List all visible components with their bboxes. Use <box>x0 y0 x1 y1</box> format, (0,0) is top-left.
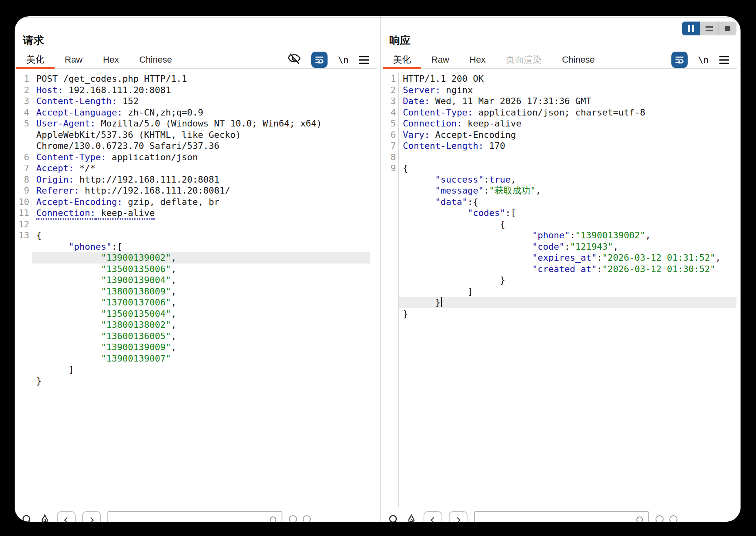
code-line: "data":{ <box>381 196 741 208</box>
code-line: "created_at":"2026-03-12 01:30:52" <box>381 264 741 275</box>
menu-icon[interactable] <box>359 56 369 64</box>
next-match-button[interactable] <box>82 511 101 522</box>
response-icon-cluster: \n <box>671 52 738 68</box>
line-number: 6 <box>381 129 396 141</box>
tab-美化[interactable]: 美化 <box>383 51 421 68</box>
line-number: 3 <box>15 96 29 107</box>
code-line: "phone":"13900139002", <box>381 230 741 241</box>
hide-eye-icon[interactable] <box>288 52 301 67</box>
code-line: 5Connection: keep-alive <box>381 118 741 129</box>
line-number: 13 <box>15 230 29 241</box>
code-line: 6Content-Type: application/json <box>15 152 380 163</box>
response-bottom-toolbar <box>381 507 741 522</box>
word-wrap-button[interactable] <box>311 52 328 68</box>
code-line: 1POST /get_codes.php HTTP/1.1 <box>15 73 380 85</box>
code-line: "code":"121943", <box>381 241 741 253</box>
tab-Hex[interactable]: Hex <box>93 51 129 68</box>
search-input[interactable] <box>107 511 282 522</box>
code-line: ] <box>15 364 380 375</box>
code-line: 2Host: 192.168.111.20:8081 <box>15 85 380 96</box>
line-number: 1 <box>381 73 396 85</box>
newline-toggle[interactable]: \n <box>338 55 349 65</box>
active-line-highlight <box>399 297 736 308</box>
code-line: 7Accept: */* <box>15 163 380 174</box>
code-line: "13800138002", <box>15 319 380 331</box>
line-number: 10 <box>15 196 29 208</box>
code-line: 3Content-Length: 152 <box>15 96 380 107</box>
code-line: 13{ <box>15 230 380 241</box>
code-line: "13900139009", <box>15 342 380 353</box>
code-line: "phones":[ <box>15 241 380 253</box>
search-icon[interactable] <box>388 514 399 522</box>
code-line: ] <box>381 286 741 297</box>
line-number: 5 <box>381 118 396 129</box>
line-number: 7 <box>15 163 29 174</box>
response-editor[interactable]: 1HTTP/1.1 200 OK2Server: nginx3Date: Wed… <box>381 73 741 507</box>
line-number: 8 <box>381 152 396 163</box>
code-line: "13700137006", <box>15 297 380 308</box>
tab-页面渲染: 页面渲染 <box>496 51 552 68</box>
code-line: "13900139002", <box>15 252 380 264</box>
code-line: "13900139004", <box>15 275 380 286</box>
hijack-window: 请求 美化RawHexChinese <box>15 16 741 522</box>
code-line: } <box>381 308 741 320</box>
code-line: "13500135006", <box>15 264 380 275</box>
queue-button[interactable] <box>700 22 718 35</box>
code-line: 9Referer: http://192.168.111.20:8081/ <box>15 185 380 196</box>
line-number: 8 <box>15 174 29 185</box>
tab-Raw[interactable]: Raw <box>55 51 93 68</box>
prev-match-button[interactable] <box>424 511 442 522</box>
line-number: 11 <box>15 207 29 219</box>
line-number: 12 <box>15 219 29 230</box>
line-number: 2 <box>15 85 29 96</box>
code-line: "expires_at":"2026-03-12 01:31:52", <box>381 252 741 264</box>
tab-Chinese[interactable]: Chinese <box>552 51 605 68</box>
code-line: 5User-Agent: Mozilla/5.0 (Windows NT 10.… <box>15 118 380 129</box>
request-icon-cluster: \n <box>288 52 378 68</box>
line-number: 9 <box>381 163 396 174</box>
menu-icon[interactable] <box>719 56 729 64</box>
line-number: 6 <box>15 152 29 163</box>
tab-Raw[interactable]: Raw <box>421 51 459 68</box>
prev-match-button[interactable] <box>57 511 76 522</box>
fuzz-flame-icon[interactable] <box>406 514 417 522</box>
request-tab-bar: 美化RawHexChinese <box>16 51 377 69</box>
code-line: } <box>381 297 741 308</box>
toolbar-extra-icons[interactable] <box>289 515 311 522</box>
response-tabs: 美化RawHex页面渲染Chinese <box>383 51 605 68</box>
code-line: 10Accept-Encoding: gzip, deflate, br <box>15 196 380 208</box>
fuzz-flame-icon[interactable] <box>39 514 50 522</box>
tab-美化[interactable]: 美化 <box>16 51 55 68</box>
toolbar-extra-icons[interactable] <box>655 515 677 522</box>
word-wrap-button[interactable] <box>671 52 688 68</box>
code-line: 9{ <box>381 163 741 174</box>
code-line: { <box>381 219 741 230</box>
request-editor[interactable]: 1POST /get_codes.php HTTP/1.12Host: 192.… <box>15 73 380 507</box>
line-number: 4 <box>381 107 396 118</box>
capture-control-group <box>682 22 736 35</box>
code-line: 4Accept-Language: zh-CN,zh;q=0.9 <box>15 107 380 118</box>
search-icon[interactable] <box>21 514 33 522</box>
tab-Hex[interactable]: Hex <box>459 51 496 68</box>
search-input[interactable] <box>474 511 649 522</box>
code-line: "13500135004", <box>15 308 380 320</box>
line-number: 4 <box>15 107 29 118</box>
line-number: 9 <box>15 185 29 196</box>
code-line: "13800138009", <box>15 286 380 297</box>
stop-button[interactable] <box>718 22 736 35</box>
code-line: 2Server: nginx <box>381 85 741 96</box>
line-number: 3 <box>381 96 396 107</box>
code-line: 3Date: Wed, 11 Mar 2026 17:31:36 GMT <box>381 96 741 107</box>
newline-toggle[interactable]: \n <box>698 55 709 65</box>
pause-button[interactable] <box>682 22 700 35</box>
next-match-button[interactable] <box>449 511 468 522</box>
line-number: 7 <box>381 140 396 152</box>
code-line: 7Content-Length: 170 <box>381 140 741 152</box>
tab-Chinese[interactable]: Chinese <box>129 51 182 68</box>
code-line: Chrome/130.0.6723.70 Safari/537.36 <box>15 140 380 152</box>
code-line: 6Vary: Accept-Encoding <box>381 129 741 141</box>
text-caret <box>441 297 442 307</box>
request-bottom-toolbar <box>15 507 380 522</box>
code-line: 12 <box>15 219 380 230</box>
response-panel-title: 响应 <box>389 33 411 48</box>
